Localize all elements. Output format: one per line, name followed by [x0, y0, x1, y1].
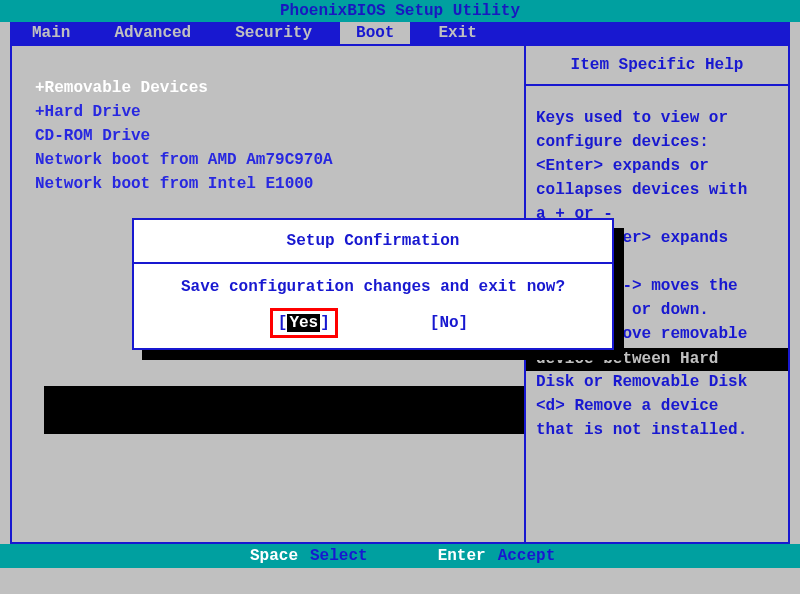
help-line: that is not installed.	[536, 418, 778, 442]
selection-highlight	[44, 386, 524, 434]
no-button[interactable]: [No]	[430, 314, 468, 332]
footer-label-select: Select	[310, 547, 368, 565]
help-line: <d> Remove a device	[536, 394, 778, 418]
dialog-button-row: [Yes] [No]	[134, 306, 612, 348]
boot-item[interactable]: Network boot from AMD Am79C970A	[27, 148, 514, 172]
boot-item[interactable]: Network boot from Intel E1000	[27, 172, 514, 196]
boot-item[interactable]: +Removable Devices	[27, 76, 514, 100]
footer-key-enter: Enter	[438, 547, 486, 565]
menu-tab-exit[interactable]: Exit	[416, 22, 498, 44]
footer-key-space: Space	[250, 547, 298, 565]
menu-bar: MainAdvancedSecurityBootExit	[10, 22, 790, 44]
confirmation-dialog: Setup Confirmation Save configuration ch…	[132, 218, 614, 350]
menu-tab-security[interactable]: Security	[213, 22, 334, 44]
title-bar: PhoenixBIOS Setup Utility	[0, 0, 800, 22]
title-text: PhoenixBIOS Setup Utility	[280, 2, 520, 20]
dialog-message: Save configuration changes and exit now?	[134, 264, 612, 306]
help-overlay-row: device between Hard	[526, 348, 788, 371]
dialog-title: Setup Confirmation	[134, 220, 612, 264]
boot-item[interactable]: +Hard Drive	[27, 100, 514, 124]
help-line: Disk or Removable Disk	[536, 370, 778, 394]
help-line: collapses devices with	[536, 178, 778, 202]
help-line: Keys used to view or	[536, 106, 778, 130]
menu-tab-main[interactable]: Main	[10, 22, 92, 44]
menu-tab-boot[interactable]: Boot	[340, 22, 410, 44]
menu-tab-advanced[interactable]: Advanced	[92, 22, 213, 44]
boot-item[interactable]: CD-ROM Drive	[27, 124, 514, 148]
help-line: <Enter> expands or	[536, 154, 778, 178]
footer-label-accept: Accept	[498, 547, 556, 565]
help-title: Item Specific Help	[526, 46, 788, 86]
bios-screen: PhoenixBIOS Setup Utility MainAdvancedSe…	[0, 0, 800, 594]
footer-bar: Space Select Enter Accept	[0, 544, 800, 568]
yes-button[interactable]: [Yes]	[278, 314, 330, 332]
help-line: configure devices:	[536, 130, 778, 154]
